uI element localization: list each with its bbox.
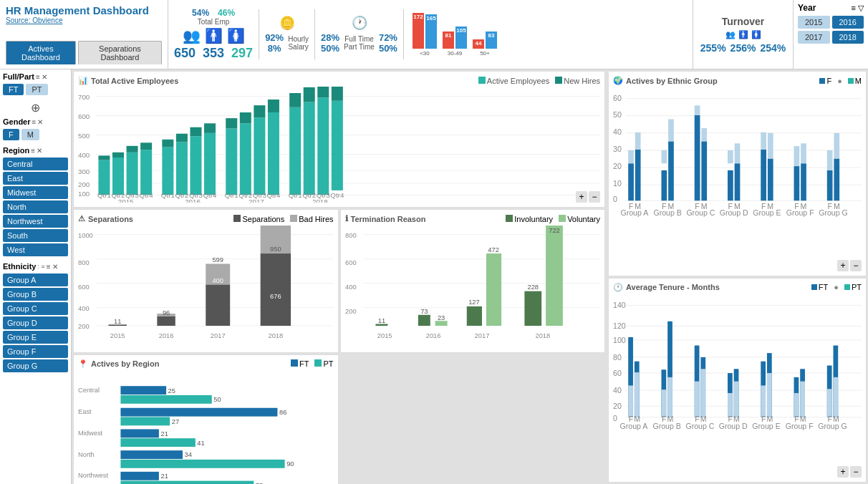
separations-legend: Separations Bad Hires <box>233 215 333 223</box>
svg-text:2017: 2017 <box>249 198 264 203</box>
region-west[interactable]: West <box>3 243 68 256</box>
svg-text:Group D: Group D <box>720 208 748 217</box>
gender-clear-icon[interactable]: ✕ <box>37 118 43 126</box>
termination-svg: 800 600 400 200 11 2015 73 23 <box>345 225 601 348</box>
svg-text:Group G: Group G <box>818 422 847 430</box>
avg-tenure-minus[interactable]: − <box>850 466 862 478</box>
total-active-minus[interactable]: − <box>589 191 600 203</box>
svg-rect-212 <box>834 133 839 159</box>
svg-text:27: 27 <box>172 418 179 425</box>
sidebar: Full/Part ≡ ✕ FT PT ⊕ Gender ≡ ✕ F M <box>0 69 72 484</box>
turnover-block: Turnover 👥 🚹 🚺 255% 256% 254% <box>693 0 793 69</box>
region-south[interactable]: South <box>3 229 68 242</box>
m-btn[interactable]: M <box>21 129 39 140</box>
year-filter-icon[interactable]: ≡ ▽ <box>852 4 864 13</box>
svg-rect-53 <box>289 107 301 195</box>
legend-active-dot <box>478 77 486 84</box>
ethnicity-groupe[interactable]: Group E <box>3 331 68 344</box>
separations-title: ⚠ Separations <box>78 214 133 223</box>
svg-rect-242 <box>667 377 672 417</box>
svg-text:140: 140 <box>613 301 626 309</box>
pin-icon: 📍 <box>78 359 88 369</box>
termination-title: ℹ Termination Reason <box>345 214 426 223</box>
actives-region-title: 📍 Actives by Region <box>78 359 159 369</box>
svg-text:25: 25 <box>168 387 175 394</box>
avg-tenure-zoom: + − <box>613 466 862 478</box>
svg-rect-254 <box>728 393 733 417</box>
actives-ethnic-svg: 60 50 40 30 20 10 0 <box>613 87 862 258</box>
gender-filter-icon[interactable]: ≡ <box>32 118 37 126</box>
svg-text:50: 50 <box>213 396 221 403</box>
svg-text:Central: Central <box>78 386 100 393</box>
ethnicity-label: Ethnicity <box>3 262 36 271</box>
ethnicity-groupg[interactable]: Group G <box>3 359 68 372</box>
svg-rect-49 <box>268 112 279 195</box>
ethnicity-filter-icon[interactable]: ≡ <box>47 263 51 271</box>
ethnicity-groupc[interactable]: Group C <box>3 302 68 315</box>
svg-rect-247 <box>695 381 700 417</box>
svg-rect-14 <box>98 160 110 195</box>
svg-rect-196 <box>761 132 766 150</box>
fullpart-clear-icon[interactable]: ✕ <box>42 73 47 81</box>
svg-text:60: 60 <box>613 368 622 377</box>
region-north[interactable]: North <box>3 200 68 213</box>
region-filter-icon[interactable]: ≡ <box>31 147 35 155</box>
year-2018-btn[interactable]: 2018 <box>832 31 864 44</box>
svg-rect-127 <box>120 417 170 425</box>
svg-text:0: 0 <box>613 413 617 422</box>
year-2015-btn[interactable]: 2015 <box>798 16 830 29</box>
svg-text:Group F: Group F <box>786 422 814 430</box>
svg-text:2016: 2016 <box>159 332 174 339</box>
dashboard-title: HR Management Dashboard <box>6 4 162 16</box>
actives-ethnic-panel: 🌍 Actives by Ethnic Group F ● M 60 50 40… <box>608 71 867 276</box>
svg-text:Group E: Group E <box>752 422 780 430</box>
fullpart-filter-icon[interactable]: ≡ <box>36 73 40 81</box>
svg-text:Group B: Group B <box>653 208 681 217</box>
year-label: Year <box>798 3 816 13</box>
svg-rect-59 <box>317 97 329 195</box>
total-active-title: 📊 Total Active Employees <box>78 76 178 85</box>
region-east[interactable]: East <box>3 172 68 185</box>
year-2017-btn[interactable]: 2017 <box>798 31 830 44</box>
svg-text:Group A: Group A <box>620 208 649 217</box>
ft-btn[interactable]: FT <box>3 84 24 95</box>
svg-rect-195 <box>761 150 766 200</box>
age-bar-lt30-m: 165 <box>425 14 437 49</box>
svg-text:Midwest: Midwest <box>78 430 103 437</box>
actives-ethnic-minus[interactable]: − <box>850 260 862 271</box>
avg-tenure-legend: FT ● PT <box>811 283 862 291</box>
svg-text:Group G: Group G <box>819 208 848 217</box>
svg-rect-18 <box>112 153 124 158</box>
actives-ethnic-plus[interactable]: + <box>837 260 849 271</box>
ethnicity-groupf[interactable]: Group F <box>3 345 68 358</box>
ethnicity-groupb[interactable]: Group B <box>3 288 68 301</box>
region-central[interactable]: Central <box>3 158 68 170</box>
hourly-pct: 92% <box>265 32 284 43</box>
add-filter-btn[interactable]: ⊕ <box>3 101 68 115</box>
avg-tenure-plus[interactable]: + <box>837 466 849 478</box>
globe-icon: 🌍 <box>613 76 623 85</box>
ethnicity-groupa[interactable]: Group A <box>3 274 68 286</box>
svg-rect-205 <box>801 143 806 163</box>
ethnicity-groupd[interactable]: Group D <box>3 316 68 329</box>
svg-rect-198 <box>768 133 773 159</box>
region-midwest[interactable]: Midwest <box>3 186 68 199</box>
age-bar-50plus-f: 44 <box>473 39 484 49</box>
total-active-plus[interactable]: + <box>576 191 587 203</box>
hourly-salary-block: 🪙 92% 8% Hourly Salary <box>265 15 309 54</box>
region-clear-icon[interactable]: ✕ <box>37 147 42 155</box>
year-2016-btn[interactable]: 2016 <box>832 16 864 29</box>
svg-rect-275 <box>827 389 832 417</box>
region-northwest[interactable]: Northwest <box>3 215 68 228</box>
actives-dashboard-tab[interactable]: Actives Dashboard <box>6 41 76 64</box>
hourly-pct2: 8% <box>265 43 284 54</box>
ethnicity-clear-icon[interactable]: ✕ <box>52 263 58 271</box>
header: HR Management Dashboard Source: Obvience… <box>0 0 868 69</box>
separations-dashboard-tab[interactable]: Separations Dashboard <box>78 41 162 64</box>
svg-rect-184 <box>701 128 707 141</box>
pt-btn[interactable]: PT <box>26 84 47 95</box>
f-btn[interactable]: F <box>3 129 19 140</box>
total-active-panel: 📊 Total Active Employees Active Employee… <box>73 71 605 208</box>
svg-text:2015: 2015 <box>118 198 134 203</box>
svg-rect-63 <box>332 87 343 101</box>
